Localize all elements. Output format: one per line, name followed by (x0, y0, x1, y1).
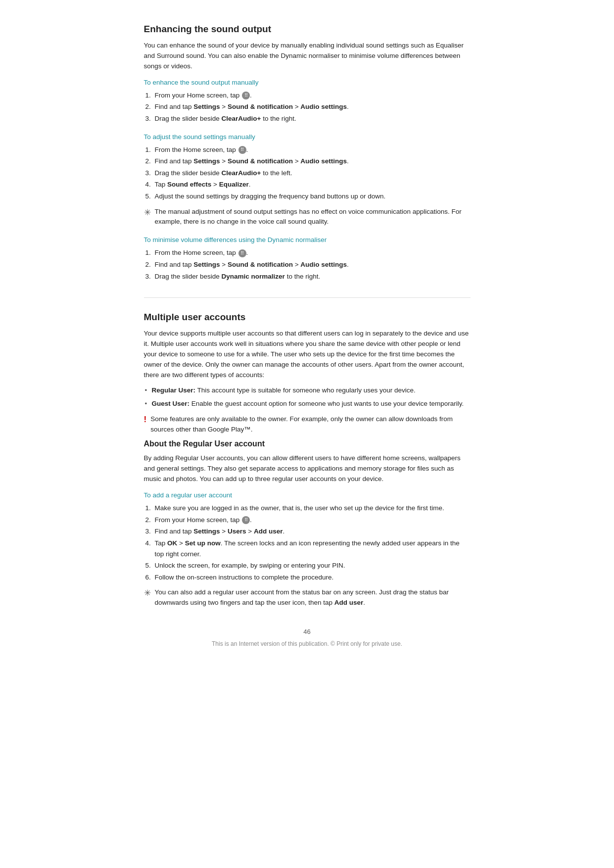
section-multiple-user-accounts: Multiple user accounts Your device suppo… (144, 312, 471, 608)
step-item: Tap Sound effects > Equalizer. (153, 179, 471, 190)
step-item: From the Home screen, tap . (153, 145, 471, 155)
step-item: Unlock the screen, for example, by swipi… (153, 560, 471, 571)
section-heading-users: Multiple user accounts (144, 312, 471, 323)
step-item: Find and tap Settings > Sound & notifica… (153, 101, 471, 112)
section-enhancing-sound: Enhancing the sound output You can enhan… (144, 24, 471, 282)
subsection-adjust-manually: To adjust the sound settings manually Fr… (144, 133, 471, 228)
list-item-regular: Regular User: This account type is suita… (144, 386, 471, 396)
steps-adjust-manually: From the Home screen, tap . Find and tap… (153, 145, 471, 202)
step-item: Find and tap Settings > Sound & notifica… (153, 156, 471, 167)
list-item-guest: Guest User: Enable the guest account opt… (144, 399, 471, 409)
subheading-minimise-volume: To minimise volume differences using the… (144, 236, 471, 243)
subsection-about-regular-user: About the Regular User account By adding… (144, 439, 471, 608)
step-item: Adjust the sound settings by dragging th… (153, 191, 471, 202)
section-intro-users: Your device supports multiple user accou… (144, 329, 471, 381)
tip-text-adjust: The manual adjustment of sound output se… (155, 207, 471, 228)
step-item: From your Home screen, tap . (153, 90, 471, 101)
subheading-about-regular-user: About the Regular User account (144, 439, 471, 448)
grid-icon (242, 516, 250, 524)
subsection-add-regular-user: To add a regular user account Make sure … (144, 491, 471, 608)
section-heading-sound: Enhancing the sound output (144, 24, 471, 35)
subheading-adjust-manually: To adjust the sound settings manually (144, 133, 471, 141)
step-item: Make sure you are logged in as the owner… (153, 503, 471, 514)
warning-text: Some features are only available to the … (150, 414, 470, 435)
tip-icon: ✳ (144, 207, 151, 218)
grid-icon (242, 92, 250, 99)
step-item: Find and tap Settings > Sound & notifica… (153, 259, 471, 270)
steps-add-regular-user: Make sure you are logged in as the owner… (153, 503, 471, 582)
tip-block-adjust: ✳ The manual adjustment of sound output … (144, 207, 471, 228)
tip-block-add-user: ✳ You can also add a regular user accoun… (144, 587, 471, 608)
footer-text: This is an Internet version of this publ… (144, 640, 471, 647)
step-item: Follow the on-screen instructions to com… (153, 572, 471, 583)
section-divider (144, 297, 471, 298)
section-intro-sound: You can enhance the sound of your device… (144, 41, 471, 72)
step-item: Drag the slider beside ClearAudio+ to th… (153, 113, 471, 124)
steps-enhance-manually: From your Home screen, tap . Find and ta… (153, 90, 471, 124)
tip-text-add-user: You can also add a regular user account … (155, 587, 471, 608)
subsection-enhance-manually: To enhance the sound output manually Fro… (144, 79, 471, 124)
step-item: Tap OK > Set up now. The screen locks an… (153, 538, 471, 559)
subsection-minimise-volume: To minimise volume differences using the… (144, 236, 471, 282)
step-item: From your Home screen, tap . (153, 515, 471, 526)
grid-icon (238, 146, 246, 154)
page: Enhancing the sound output You can enhan… (114, 0, 500, 677)
regular-user-intro: By adding Regular User accounts, you can… (144, 453, 471, 484)
subheading-enhance-manually: To enhance the sound output manually (144, 79, 471, 86)
account-types-list: Regular User: This account type is suita… (144, 386, 471, 409)
grid-icon (238, 249, 246, 257)
step-item: From the Home screen, tap . (153, 247, 471, 258)
warning-block: ! Some features are only available to th… (144, 414, 471, 435)
warning-icon: ! (144, 415, 147, 425)
step-item: Drag the slider beside ClearAudio+ to th… (153, 168, 471, 179)
page-number: 46 (144, 628, 471, 635)
steps-minimise-volume: From the Home screen, tap . Find and tap… (153, 247, 471, 282)
tip-icon: ✳ (144, 588, 151, 598)
step-item: Drag the slider beside Dynamic normalize… (153, 271, 471, 282)
subheading-add-regular-user: To add a regular user account (144, 491, 471, 499)
step-item: Find and tap Settings > Users > Add user… (153, 526, 471, 537)
